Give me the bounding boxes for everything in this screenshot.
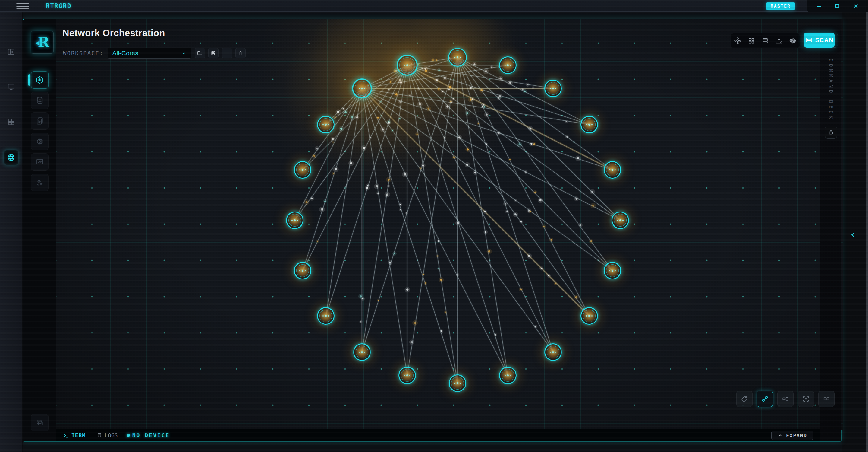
graph-node-core-03[interactable]	[581, 116, 598, 133]
sidebar-topology-button[interactable]	[31, 71, 49, 89]
graph-node-core-04[interactable]	[604, 161, 621, 179]
command-deck-label: COMMAND DECK	[820, 58, 841, 121]
compare-tool-icon	[823, 395, 830, 403]
pair-tool-button[interactable]	[777, 391, 794, 407]
device-status-dot	[127, 434, 130, 437]
logs-label: LOGS	[104, 432, 118, 439]
workspace-value: All-Cores	[112, 50, 138, 57]
menu-button[interactable]	[16, 3, 29, 9]
device-status: NO DEVICE	[127, 432, 170, 439]
add-workspace-button[interactable]	[222, 48, 232, 58]
graph-node-core-12[interactable]	[353, 343, 371, 361]
expand-button[interactable]: EXPAND	[771, 431, 813, 440]
unlock-icon	[828, 129, 834, 136]
rail-apps-button[interactable]	[4, 115, 19, 129]
graph-node-core-07[interactable]	[581, 307, 598, 325]
right-strip-divider	[861, 12, 861, 452]
node-status-dots	[581, 117, 597, 133]
node-status-dots	[354, 344, 370, 360]
canvas-toolbar	[736, 391, 835, 407]
node-status-dots	[353, 80, 371, 97]
sidebar-services-button[interactable]	[31, 174, 49, 191]
status-bar: TERM LOGS NO DEVICE EXPAND	[56, 429, 820, 442]
chevron-down-icon	[181, 50, 187, 56]
right-strip	[842, 12, 868, 452]
graph-node-core-02[interactable]	[544, 80, 562, 97]
graph-node-core-01[interactable]	[499, 56, 517, 74]
sidebar-processor-button[interactable]	[31, 133, 49, 150]
graph-node-core-00[interactable]	[448, 48, 467, 67]
graph-node-core-19[interactable]	[397, 55, 418, 76]
terminal-prompt-icon	[63, 432, 69, 439]
scan-button[interactable]: SCAN	[804, 33, 835, 48]
minimize-button[interactable]	[813, 1, 825, 10]
graph-node-core-05[interactable]	[612, 211, 629, 229]
node-status-dots	[318, 308, 334, 324]
tag-icon	[741, 395, 748, 403]
grid-layout-icon	[748, 37, 755, 44]
graph-node-core-08[interactable]	[544, 343, 562, 361]
radial-layout-button[interactable]	[787, 35, 798, 46]
node-status-dots	[581, 308, 597, 324]
node-status-dots	[545, 344, 561, 360]
workspace-select[interactable]: All-Cores	[107, 48, 191, 59]
focus-tool-icon	[802, 395, 810, 403]
rail-panel-toggle-button[interactable]	[4, 45, 19, 59]
node-status-dots	[318, 117, 334, 133]
tag-tool-button[interactable]	[736, 391, 752, 407]
workspace-label: WORKSPACE:	[63, 50, 103, 56]
rail-displays-button[interactable]	[4, 80, 19, 94]
graph-node-core-13[interactable]	[317, 307, 335, 325]
compare-tool-button[interactable]	[818, 391, 835, 407]
force-layout-button[interactable]	[733, 35, 743, 46]
chevron-left-icon	[849, 231, 857, 238]
monitor-icon	[7, 83, 15, 91]
rail-network-button[interactable]	[4, 150, 19, 165]
workspace-row: WORKSPACE: All-Cores	[63, 48, 246, 59]
close-icon	[852, 2, 859, 10]
focus-tool-button[interactable]	[798, 391, 814, 407]
sidebar-terminal-button[interactable]	[31, 414, 49, 431]
graph-node-core-10[interactable]	[449, 374, 466, 392]
master-badge: MASTER	[767, 2, 795, 10]
stack-layout-button[interactable]	[760, 35, 771, 46]
force-layout-icon	[734, 37, 742, 45]
open-workspace-button[interactable]	[195, 48, 205, 58]
network-canvas[interactable]: Network Orchestration WORKSPACE: All-Cor…	[56, 19, 843, 430]
close-button[interactable]	[849, 1, 862, 10]
graph-node-core-17[interactable]	[317, 116, 335, 133]
sidebar-database-button[interactable]	[31, 92, 49, 109]
sidebar-telemetry-button[interactable]	[31, 153, 49, 171]
node-status-dots	[604, 263, 620, 279]
logs-scroll-icon	[96, 432, 102, 438]
app-window: RTRGRD MASTER	[0, 0, 868, 452]
database-icon	[36, 96, 44, 105]
processor-chip-icon	[36, 137, 44, 146]
open-folder-icon	[197, 50, 203, 56]
graph-node-core-06[interactable]	[604, 262, 621, 279]
graph-node-core-11[interactable]	[398, 367, 416, 384]
node-status-dots	[399, 368, 415, 383]
sidebar-scripts-button[interactable]	[31, 112, 49, 130]
drawer-toggle-button[interactable]	[848, 228, 858, 242]
link-tool-button[interactable]	[757, 391, 773, 407]
logs-tab[interactable]: LOGS	[96, 432, 118, 439]
node-status-dots	[449, 49, 466, 66]
term-tab[interactable]: TERM	[63, 432, 86, 439]
command-deck: COMMAND DECK	[820, 19, 841, 442]
graph-node-core-14[interactable]	[294, 262, 311, 279]
save-workspace-button[interactable]	[208, 48, 218, 58]
graph-node-core-09[interactable]	[499, 367, 517, 384]
maximize-button[interactable]	[831, 1, 843, 10]
network-globe-icon	[7, 153, 16, 162]
delete-workspace-button[interactable]	[236, 48, 246, 58]
app-title: RTRGRD	[46, 2, 71, 10]
grid-layout-button[interactable]	[746, 35, 757, 46]
deck-unlock-button[interactable]	[825, 125, 837, 139]
graph-node-core-16[interactable]	[294, 161, 311, 179]
tree-layout-button[interactable]	[774, 35, 784, 46]
graph-node-core-15[interactable]	[286, 211, 304, 229]
node-status-dots	[398, 56, 416, 75]
window-edge	[866, 12, 868, 452]
graph-node-core-18[interactable]	[352, 79, 372, 98]
